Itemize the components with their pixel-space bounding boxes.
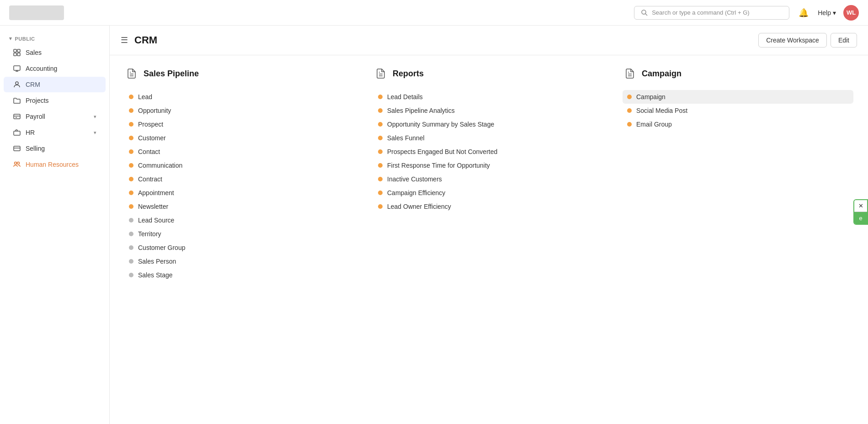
list-item[interactable]: Prospect [124,117,355,131]
sidebar-item-hr[interactable]: HR ▾ [4,125,106,140]
folder-icon [13,96,21,105]
svg-rect-14 [14,146,20,151]
sidebar-item-label: Sales [26,49,42,56]
sidebar-item-projects[interactable]: Projects [4,93,106,108]
create-workspace-button[interactable]: Create Workspace [758,33,827,48]
sidebar-section-label-text: PUBLIC [15,36,35,42]
document-icon [373,66,388,81]
item-dot [378,177,383,181]
top-navigation: Search or type a command (Ctrl + G) 🔔 He… [0,0,868,26]
workspace-section-header: Campaign [623,66,853,81]
sidebar-item-selling[interactable]: Selling [4,141,106,156]
list-item[interactable]: Opportunity Summary by Sales Stage [373,117,604,131]
list-item[interactable]: Lead Source [124,213,355,227]
item-dot [129,108,133,113]
item-label: Inactive Customers [387,175,442,183]
floating-badge-close[interactable]: ✕ [854,200,867,212]
item-dot [129,95,133,99]
hamburger-icon[interactable]: ☰ [121,35,128,45]
list-item[interactable]: Customer Group [124,241,355,254]
svg-rect-6 [14,66,20,70]
list-item[interactable]: First Response Time for Opportunity [373,159,604,172]
item-dot [627,95,632,99]
sidebar-item-human-resources[interactable]: Human Resources [4,157,106,172]
search-bar[interactable]: Search or type a command (Ctrl + G) [634,6,789,20]
list-item[interactable]: Social Media Post [623,104,853,117]
sidebar-item-crm[interactable]: CRM [4,77,106,92]
people-icon [13,160,21,169]
header-actions: Create Workspace Edit [758,33,857,48]
sidebar-item-accounting[interactable]: Accounting [4,61,106,76]
search-placeholder-text: Search or type a command (Ctrl + G) [652,9,750,16]
list-item[interactable]: Customer [124,131,355,145]
list-item[interactable]: Email Group [623,117,853,131]
list-item[interactable]: Sales Stage [124,268,355,282]
page-header: ☰ CRM Create Workspace Edit [110,26,868,55]
item-label: Contract [138,175,162,183]
sidebar-item-label: Projects [26,97,49,104]
item-dot [129,204,133,209]
list-item[interactable]: Contract [124,172,355,186]
edit-button[interactable]: Edit [831,33,857,48]
workspace-section-reports: ReportsLead DetailsSales Pipeline Analyt… [373,66,604,282]
svg-point-0 [642,10,646,14]
svg-line-1 [645,14,647,16]
top-nav-left [9,5,64,20]
top-nav-right: Search or type a command (Ctrl + G) 🔔 He… [634,5,859,21]
workspace-section-campaign: CampaignCampaignSocial Media PostEmail G… [623,66,853,282]
document-icon [623,66,637,81]
list-item[interactable]: Communication [124,159,355,172]
item-dot [378,108,383,113]
list-item[interactable]: Sales Pipeline Analytics [373,104,604,117]
list-item[interactable]: Lead Details [373,90,604,104]
list-item[interactable]: Lead Owner Efficiency [373,200,604,213]
help-button[interactable]: Help ▾ [818,9,836,16]
workspace-section-header: Sales Pipeline [124,66,355,81]
workspace-section-sales-pipeline: Sales PipelineLeadOpportunityProspectCus… [124,66,355,282]
list-item[interactable]: Sales Person [124,254,355,268]
list-item[interactable]: Campaign [623,90,853,104]
svg-rect-3 [17,49,20,52]
list-item[interactable]: Inactive Customers [373,172,604,186]
list-item[interactable]: Prospects Engaged But Not Converted [373,145,604,159]
item-label: First Response Time for Opportunity [387,162,490,169]
user-avatar[interactable]: WL [843,5,859,21]
list-item[interactable]: Lead [124,90,355,104]
item-dot [129,122,133,127]
notifications-button[interactable]: 🔔 [797,6,810,20]
sidebar-item-label: CRM [26,81,40,88]
page-layout: ▾ PUBLIC Sales Acco [0,26,868,424]
page-title: CRM [134,34,157,46]
list-item[interactable]: Appointment [124,186,355,200]
item-dot [378,204,383,209]
item-dot [378,191,383,195]
help-label: Help [818,9,831,16]
list-item[interactable]: Contact [124,145,355,159]
item-label: Prospects Engaged But Not Converted [387,148,497,155]
item-label: Lead Details [387,93,423,101]
item-label: Lead Owner Efficiency [387,203,451,210]
item-label: Territory [138,230,161,238]
svg-rect-2 [14,49,16,52]
workspace-section-title: Sales Pipeline [144,69,199,79]
list-item[interactable]: Opportunity [124,104,355,117]
list-item[interactable]: Campaign Efficiency [373,186,604,200]
item-label: Campaign Efficiency [387,189,445,196]
search-icon [641,9,648,16]
item-label: Sales Pipeline Analytics [387,107,455,114]
sidebar-section-public: ▾ PUBLIC [0,33,109,44]
item-label: Opportunity [138,107,171,114]
item-dot [129,232,133,236]
floating-badge-e[interactable]: e [854,212,867,224]
sidebar-item-payroll[interactable]: Payroll ▾ [4,109,106,124]
monitor-icon [13,64,21,73]
list-item[interactable]: Sales Funnel [373,131,604,145]
list-item[interactable]: Territory [124,227,355,241]
svg-point-9 [16,82,18,85]
sidebar-item-label: HR [26,129,35,136]
item-label: Lead Source [138,217,174,224]
item-label: Lead [138,93,152,101]
list-item[interactable]: Newsletter [124,200,355,213]
sidebar-item-label: Human Resources [26,161,79,168]
sidebar-item-sales[interactable]: Sales [4,45,106,60]
